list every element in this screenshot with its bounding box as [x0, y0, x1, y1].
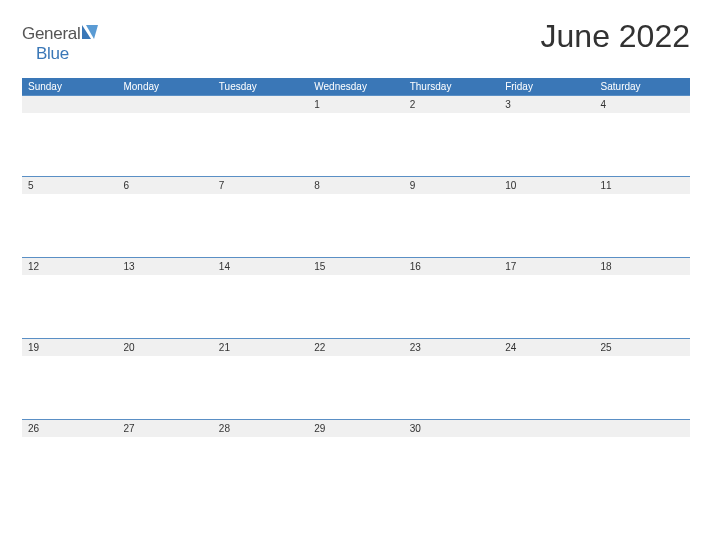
- day-number: 26: [22, 420, 117, 437]
- logo-text: GeneralBlue: [22, 24, 98, 64]
- day-number: 11: [595, 177, 690, 194]
- day-header: Tuesday: [213, 78, 308, 95]
- logo-text-blue: Blue: [36, 44, 69, 63]
- day-header: Sunday: [22, 78, 117, 95]
- day-number: 12: [22, 258, 117, 275]
- day-number: 13: [117, 258, 212, 275]
- day-number: 29: [308, 420, 403, 437]
- day-header: Wednesday: [308, 78, 403, 95]
- day-number: 19: [22, 339, 117, 356]
- day-cell: [404, 113, 499, 176]
- day-cell: [117, 275, 212, 338]
- day-cell: [404, 194, 499, 257]
- day-number: 28: [213, 420, 308, 437]
- day-cell: [213, 275, 308, 338]
- day-number: 20: [117, 339, 212, 356]
- day-cell: [22, 194, 117, 257]
- week-row: 26 27 28 29 30: [22, 419, 690, 500]
- logo: GeneralBlue: [22, 24, 98, 64]
- day-cell: [499, 437, 594, 500]
- header: GeneralBlue June 2022: [22, 18, 690, 64]
- day-cell: [117, 437, 212, 500]
- day-cell: [595, 194, 690, 257]
- day-cell: [22, 113, 117, 176]
- day-number: 18: [595, 258, 690, 275]
- day-number: [595, 420, 690, 437]
- day-header: Thursday: [404, 78, 499, 95]
- day-cell: [308, 113, 403, 176]
- day-cell: [308, 437, 403, 500]
- day-number: 14: [213, 258, 308, 275]
- day-cell: [499, 194, 594, 257]
- week-row: 19 20 21 22 23 24 25: [22, 338, 690, 419]
- day-number: 3: [499, 96, 594, 113]
- day-number: 27: [117, 420, 212, 437]
- day-number: 16: [404, 258, 499, 275]
- day-cell: [595, 275, 690, 338]
- day-cell: [22, 356, 117, 419]
- day-number: 9: [404, 177, 499, 194]
- day-cell: [213, 356, 308, 419]
- day-number: 10: [499, 177, 594, 194]
- day-cell: [595, 113, 690, 176]
- day-cell: [117, 194, 212, 257]
- day-cell: [404, 437, 499, 500]
- day-number: 15: [308, 258, 403, 275]
- day-number: 21: [213, 339, 308, 356]
- day-cell: [213, 437, 308, 500]
- day-number: [22, 96, 117, 113]
- page-title: June 2022: [541, 18, 690, 55]
- day-cell: [117, 113, 212, 176]
- day-cell: [595, 356, 690, 419]
- day-number: [213, 96, 308, 113]
- day-cell: [22, 275, 117, 338]
- day-number: 6: [117, 177, 212, 194]
- week-row: 5 6 7 8 9 10 11: [22, 176, 690, 257]
- day-cell: [595, 437, 690, 500]
- week-row: 1 2 3 4: [22, 95, 690, 176]
- day-header: Friday: [499, 78, 594, 95]
- day-cell: [404, 275, 499, 338]
- day-number: [117, 96, 212, 113]
- logo-triangle-icon: [82, 24, 98, 44]
- day-cell: [213, 113, 308, 176]
- day-number: 8: [308, 177, 403, 194]
- calendar: Sunday Monday Tuesday Wednesday Thursday…: [22, 78, 690, 500]
- day-cell: [499, 275, 594, 338]
- day-number: 24: [499, 339, 594, 356]
- day-number: 5: [22, 177, 117, 194]
- day-cell: [499, 113, 594, 176]
- day-cell: [117, 356, 212, 419]
- day-cell: [213, 194, 308, 257]
- day-number: 22: [308, 339, 403, 356]
- day-header: Saturday: [595, 78, 690, 95]
- day-cell: [499, 356, 594, 419]
- day-number: 2: [404, 96, 499, 113]
- day-number: 25: [595, 339, 690, 356]
- day-number: 30: [404, 420, 499, 437]
- day-cell: [308, 275, 403, 338]
- day-number: 23: [404, 339, 499, 356]
- day-number: 4: [595, 96, 690, 113]
- day-cell: [22, 437, 117, 500]
- day-headers-row: Sunday Monday Tuesday Wednesday Thursday…: [22, 78, 690, 95]
- logo-text-general: General: [22, 24, 80, 43]
- day-number: [499, 420, 594, 437]
- day-header: Monday: [117, 78, 212, 95]
- day-number: 1: [308, 96, 403, 113]
- day-number: 17: [499, 258, 594, 275]
- day-number: 7: [213, 177, 308, 194]
- day-cell: [308, 194, 403, 257]
- day-cell: [404, 356, 499, 419]
- day-cell: [308, 356, 403, 419]
- week-row: 12 13 14 15 16 17 18: [22, 257, 690, 338]
